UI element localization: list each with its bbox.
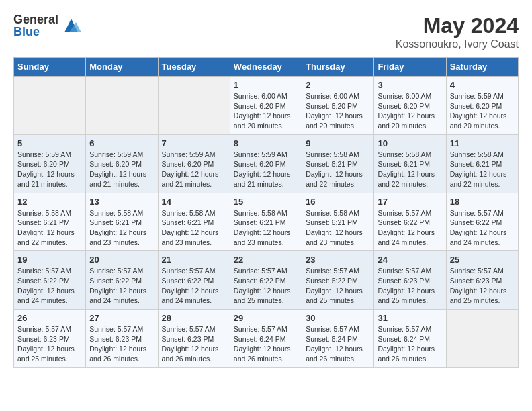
day-number: 3 [378,80,442,90]
day-number: 18 [450,197,515,207]
day-number: 24 [378,255,442,265]
day-number: 11 [450,138,515,148]
cell-content: Sunrise: 5:57 AM Sunset: 6:22 PM Dayligh… [89,266,154,306]
day-number: 12 [17,197,82,207]
page-header: General Blue May 2024 Kossonoukro, Ivory… [13,13,519,50]
logo-blue: Blue [13,26,58,38]
day-number: 21 [162,255,226,265]
cell-content: Sunrise: 5:58 AM Sunset: 6:21 PM Dayligh… [89,208,154,248]
day-number: 10 [378,138,442,148]
cell-content: Sunrise: 5:57 AM Sunset: 6:22 PM Dayligh… [17,266,82,306]
day-number: 27 [89,313,154,323]
cell-content: Sunrise: 5:58 AM Sunset: 6:21 PM Dayligh… [306,208,370,248]
day-number: 13 [89,197,154,207]
day-number: 29 [234,313,298,323]
cell-content: Sunrise: 5:58 AM Sunset: 6:21 PM Dayligh… [162,208,226,248]
cell-content: Sunrise: 5:59 AM Sunset: 6:20 PM Dayligh… [450,91,515,131]
logo: General Blue [13,13,81,38]
day-header-friday: Friday [374,58,446,77]
calendar-cell: 26Sunrise: 5:57 AM Sunset: 6:23 PM Dayli… [14,310,86,368]
title-area: May 2024 Kossonoukro, Ivory Coast [396,13,519,50]
cell-content: Sunrise: 5:57 AM Sunset: 6:23 PM Dayligh… [450,266,515,306]
calendar-cell: 10Sunrise: 5:58 AM Sunset: 6:21 PM Dayli… [374,134,446,193]
calendar-cell: 11Sunrise: 5:58 AM Sunset: 6:21 PM Dayli… [446,134,518,193]
calendar-cell: 30Sunrise: 5:57 AM Sunset: 6:24 PM Dayli… [302,310,374,368]
day-number: 15 [234,197,298,207]
calendar-cell: 2Sunrise: 6:00 AM Sunset: 6:20 PM Daylig… [302,77,374,135]
calendar-cell [14,77,86,135]
cell-content: Sunrise: 5:58 AM Sunset: 6:21 PM Dayligh… [306,150,370,189]
day-number: 28 [162,313,226,323]
calendar-cell: 3Sunrise: 6:00 AM Sunset: 6:20 PM Daylig… [374,77,446,135]
day-number: 23 [306,255,370,265]
day-number: 17 [378,197,442,207]
calendar-cell: 7Sunrise: 5:59 AM Sunset: 6:20 PM Daylig… [158,134,230,193]
day-number: 16 [306,197,370,207]
calendar-cell: 24Sunrise: 5:57 AM Sunset: 6:23 PM Dayli… [374,251,446,310]
calendar-cell: 27Sunrise: 5:57 AM Sunset: 6:23 PM Dayli… [86,310,158,368]
day-number: 2 [306,80,370,90]
cell-content: Sunrise: 5:58 AM Sunset: 6:21 PM Dayligh… [378,150,442,189]
cell-content: Sunrise: 5:58 AM Sunset: 6:21 PM Dayligh… [234,208,298,248]
calendar-cell: 17Sunrise: 5:57 AM Sunset: 6:22 PM Dayli… [374,193,446,251]
calendar-week-1: 5Sunrise: 5:59 AM Sunset: 6:20 PM Daylig… [14,134,519,193]
logo-icon [61,15,81,36]
day-number: 7 [162,138,226,148]
day-header-saturday: Saturday [446,58,518,77]
calendar-cell [86,77,158,135]
calendar-cell: 21Sunrise: 5:57 AM Sunset: 6:22 PM Dayli… [158,251,230,310]
calendar-week-4: 26Sunrise: 5:57 AM Sunset: 6:23 PM Dayli… [14,310,519,368]
calendar-cell: 12Sunrise: 5:58 AM Sunset: 6:21 PM Dayli… [14,193,86,251]
cell-content: Sunrise: 5:57 AM Sunset: 6:23 PM Dayligh… [89,324,154,364]
calendar-cell: 4Sunrise: 5:59 AM Sunset: 6:20 PM Daylig… [446,77,518,135]
day-number: 1 [234,80,298,90]
calendar-cell: 18Sunrise: 5:57 AM Sunset: 6:22 PM Dayli… [446,193,518,251]
calendar-cell: 25Sunrise: 5:57 AM Sunset: 6:23 PM Dayli… [446,251,518,310]
day-header-thursday: Thursday [302,58,374,77]
calendar-cell: 16Sunrise: 5:58 AM Sunset: 6:21 PM Dayli… [302,193,374,251]
calendar-cell: 5Sunrise: 5:59 AM Sunset: 6:20 PM Daylig… [14,134,86,193]
cell-content: Sunrise: 5:57 AM Sunset: 6:22 PM Dayligh… [450,208,515,248]
calendar-cell [158,77,230,135]
cell-content: Sunrise: 5:58 AM Sunset: 6:21 PM Dayligh… [450,150,515,189]
calendar-cell: 13Sunrise: 5:58 AM Sunset: 6:21 PM Dayli… [86,193,158,251]
cell-content: Sunrise: 5:57 AM Sunset: 6:23 PM Dayligh… [162,324,226,364]
day-number: 19 [17,255,82,265]
calendar-week-2: 12Sunrise: 5:58 AM Sunset: 6:21 PM Dayli… [14,193,519,251]
cell-content: Sunrise: 5:57 AM Sunset: 6:24 PM Dayligh… [234,324,298,364]
main-title: May 2024 [396,13,519,38]
cell-content: Sunrise: 5:58 AM Sunset: 6:21 PM Dayligh… [17,208,82,248]
calendar-cell: 23Sunrise: 5:57 AM Sunset: 6:22 PM Dayli… [302,251,374,310]
day-number: 26 [17,313,82,323]
cell-content: Sunrise: 5:57 AM Sunset: 6:22 PM Dayligh… [306,266,370,306]
logo-general: General [13,13,58,26]
day-number: 14 [162,197,226,207]
day-number: 22 [234,255,298,265]
day-number: 25 [450,255,515,265]
day-number: 30 [306,313,370,323]
calendar-cell: 20Sunrise: 5:57 AM Sunset: 6:22 PM Dayli… [86,251,158,310]
cell-content: Sunrise: 5:57 AM Sunset: 6:22 PM Dayligh… [234,266,298,306]
cell-content: Sunrise: 5:59 AM Sunset: 6:20 PM Dayligh… [89,150,154,189]
calendar-cell: 8Sunrise: 5:59 AM Sunset: 6:20 PM Daylig… [230,134,302,193]
calendar-cell: 22Sunrise: 5:57 AM Sunset: 6:22 PM Dayli… [230,251,302,310]
day-header-tuesday: Tuesday [158,58,230,77]
cell-content: Sunrise: 6:00 AM Sunset: 6:20 PM Dayligh… [306,91,370,131]
calendar-cell: 6Sunrise: 5:59 AM Sunset: 6:20 PM Daylig… [86,134,158,193]
calendar-cell: 19Sunrise: 5:57 AM Sunset: 6:22 PM Dayli… [14,251,86,310]
day-header-sunday: Sunday [14,58,86,77]
calendar-cell [446,310,518,368]
cell-content: Sunrise: 5:59 AM Sunset: 6:20 PM Dayligh… [162,150,226,189]
cell-content: Sunrise: 6:00 AM Sunset: 6:20 PM Dayligh… [378,91,442,131]
calendar-cell: 9Sunrise: 5:58 AM Sunset: 6:21 PM Daylig… [302,134,374,193]
calendar-cell: 14Sunrise: 5:58 AM Sunset: 6:21 PM Dayli… [158,193,230,251]
day-number: 6 [89,138,154,148]
calendar-cell: 1Sunrise: 6:00 AM Sunset: 6:20 PM Daylig… [230,77,302,135]
day-number: 31 [378,313,442,323]
day-number: 9 [306,138,370,148]
calendar-week-0: 1Sunrise: 6:00 AM Sunset: 6:20 PM Daylig… [14,77,519,135]
day-number: 20 [89,255,154,265]
cell-content: Sunrise: 5:57 AM Sunset: 6:23 PM Dayligh… [17,324,82,364]
day-number: 5 [17,138,82,148]
cell-content: Sunrise: 5:59 AM Sunset: 6:20 PM Dayligh… [17,150,82,189]
